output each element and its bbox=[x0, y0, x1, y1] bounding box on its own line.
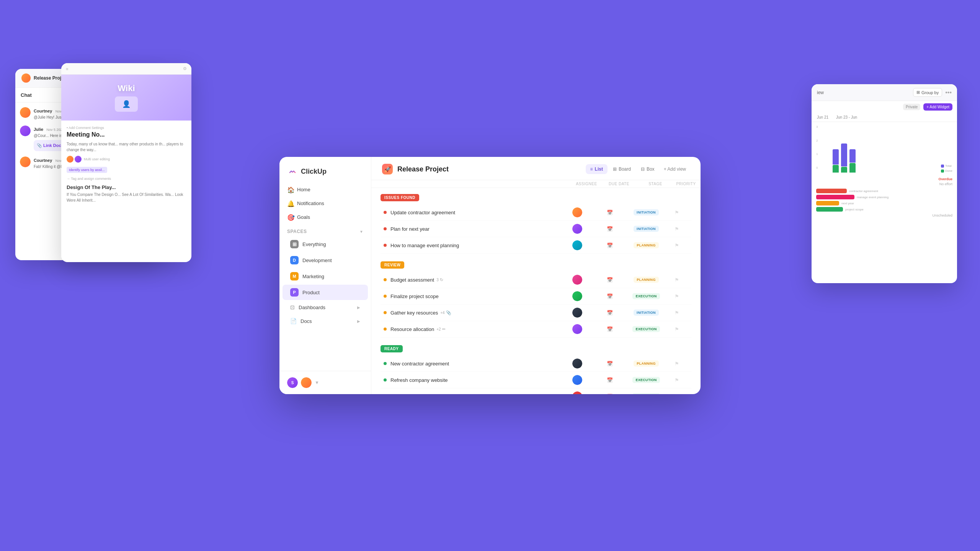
gantt-row-3: next year bbox=[816, 201, 952, 205]
task-name: Budget assessment 3 ↻ bbox=[390, 277, 562, 283]
paperclip-icon: 📎 bbox=[446, 310, 451, 315]
assignee-avatar bbox=[572, 391, 582, 394]
group-by-button[interactable]: ⊞ Group by bbox=[913, 88, 942, 97]
tab-box[interactable]: ⊟ Box bbox=[636, 164, 659, 174]
stage-badge: INITIATION bbox=[634, 226, 659, 232]
chart-top-controls: Private + Add Widget bbox=[812, 101, 957, 113]
task-name-text: Finalize project scope bbox=[390, 293, 439, 299]
task-row[interactable]: Resource allocation +2 ✏ 📅 bbox=[381, 321, 691, 337]
wiki-image: Wiki 👤 bbox=[61, 75, 191, 121]
wiki-toolbar-settings: ⚙ bbox=[183, 66, 187, 71]
calendar-icon: 📅 bbox=[607, 243, 613, 248]
stage-badge: PLANNING bbox=[634, 277, 658, 283]
task-due: 📅 bbox=[593, 226, 627, 232]
bar-2-total bbox=[841, 143, 847, 166]
gantt-bar-4 bbox=[816, 207, 843, 212]
task-stage: EXECUTION bbox=[627, 326, 665, 332]
task-stage: PLANNING bbox=[627, 242, 665, 248]
home-icon: 🏠 bbox=[287, 186, 293, 192]
task-stage: INITIATION bbox=[627, 209, 665, 215]
tab-board[interactable]: ⊞ Board bbox=[608, 164, 635, 174]
add-view-button[interactable]: + Add view bbox=[660, 164, 690, 174]
stage-badge: EXECUTION bbox=[632, 377, 660, 383]
bar-1-total bbox=[833, 149, 839, 165]
everything-label: Everything bbox=[302, 241, 326, 247]
task-row[interactable]: How to manage event planning 📅 PLANNING bbox=[381, 237, 691, 254]
tab-list[interactable]: ≡ List bbox=[586, 164, 608, 174]
task-priority: ⚑ bbox=[665, 326, 688, 332]
bar-3-total bbox=[849, 149, 856, 163]
wiki-img-icon: 👤 bbox=[115, 96, 138, 112]
task-priority: ⚑ bbox=[665, 226, 688, 232]
wiki-tag: Identify users by assil... bbox=[67, 167, 107, 173]
nav-item-notifications[interactable]: 🔔 Notifications bbox=[283, 197, 368, 210]
group-by-label: Group by bbox=[921, 90, 939, 95]
stage-badge: EXECUTION bbox=[632, 393, 660, 394]
section-issues: Issues Found Update contractor agreement… bbox=[381, 194, 691, 254]
gantt-bar-2 bbox=[816, 195, 854, 199]
sidebar-item-development[interactable]: D Development bbox=[283, 253, 368, 268]
avatar-circle bbox=[572, 207, 582, 217]
task-row[interactable]: Budget assessment 3 ↻ 📅 bbox=[381, 272, 691, 288]
nav-notifications-label: Notifications bbox=[297, 201, 324, 206]
nav-item-home[interactable]: 🏠 Home bbox=[283, 183, 368, 196]
task-row[interactable]: Finalize project scope 📅 EXECUTION bbox=[381, 288, 691, 305]
task-due: 📅 bbox=[593, 361, 627, 367]
wiki-multi-editing: Multi user editing bbox=[84, 157, 110, 161]
extra-count: +2 bbox=[436, 327, 441, 331]
sidebar-item-dashboards[interactable]: ⊡ Dashboards ▶ bbox=[283, 301, 368, 314]
ready-badge: Ready bbox=[381, 345, 403, 352]
priority-flag-icon: ⚑ bbox=[675, 277, 679, 283]
task-row[interactable]: Refresh company website 📅 EXECUTION bbox=[381, 372, 691, 388]
task-row[interactable]: Gather key resources +4 📎 📅 bbox=[381, 305, 691, 321]
wiki-body: Today, many of us know that... many othe… bbox=[67, 141, 186, 153]
task-name: How to manage event planning bbox=[390, 243, 562, 248]
task-name: Update contractor agreement bbox=[390, 210, 562, 215]
project-emoji: 🚀 bbox=[384, 166, 391, 172]
task-row[interactable]: Update key objectives 5 📎 📅 bbox=[381, 388, 691, 394]
project-icon: 🚀 bbox=[382, 164, 393, 174]
wiki-img-title: Wiki bbox=[118, 83, 135, 93]
assignee-avatar bbox=[572, 240, 582, 250]
add-widget-button[interactable]: + Add Widget bbox=[923, 103, 952, 111]
date-2: Jun 23 - Jun bbox=[836, 115, 857, 119]
development-label: Development bbox=[302, 258, 332, 263]
main-content: 🚀 Release Project ≡ List ⊞ Board ⊟ Box bbox=[371, 157, 701, 394]
nav-item-goals[interactable]: 🎯 Goals bbox=[283, 210, 368, 223]
avatar-circle bbox=[572, 308, 582, 318]
task-name-text: Refresh company website bbox=[390, 377, 448, 383]
calendar-icon: 📅 bbox=[607, 361, 613, 367]
chat-name-1: Courtney bbox=[34, 109, 52, 113]
bar-group-3 bbox=[849, 149, 856, 173]
task-row[interactable]: Update contractor agreement 📅 INITIATION bbox=[381, 204, 691, 221]
assignee-avatar bbox=[572, 308, 582, 318]
task-assignee bbox=[562, 308, 593, 318]
task-row[interactable]: New contractor agreement 📅 PLANNING bbox=[381, 355, 691, 372]
section-issues-header: Issues Found bbox=[381, 194, 691, 201]
sidebar-item-marketing[interactable]: M Marketing bbox=[283, 269, 368, 284]
task-assignee bbox=[562, 359, 593, 368]
more-options-icon[interactable]: ••• bbox=[945, 89, 952, 96]
sidebar-item-everything[interactable]: ⊞ Everything bbox=[283, 236, 368, 252]
task-stage: INITIATION bbox=[627, 310, 665, 316]
assignee-avatar bbox=[572, 375, 582, 385]
wiki-img-content: Wiki 👤 bbox=[115, 83, 138, 112]
task-assignee bbox=[562, 391, 593, 394]
review-badge: Review bbox=[381, 261, 404, 269]
sidebar-item-docs[interactable]: 📄 Docs ▶ bbox=[283, 315, 368, 328]
stage-badge: PLANNING bbox=[634, 360, 658, 367]
sidebar-item-product[interactable]: P Product bbox=[283, 285, 368, 300]
extra-count: +4 bbox=[440, 311, 444, 315]
dashboards-chevron-icon: ▶ bbox=[357, 305, 360, 310]
task-name: New contractor agreement bbox=[390, 361, 562, 367]
gantt-panel: Overdue No effort contractor agreement m… bbox=[812, 176, 957, 219]
user-avatar-s: S bbox=[287, 377, 298, 388]
task-dot bbox=[384, 244, 387, 247]
overdue-label: Overdue bbox=[816, 177, 952, 181]
stage-badge: EXECUTION bbox=[632, 326, 660, 332]
task-stage: EXECUTION bbox=[627, 393, 665, 394]
avatar-circle bbox=[572, 224, 582, 234]
svg-point-0 bbox=[287, 166, 298, 177]
task-row[interactable]: Plan for next year 📅 INITIATION ⚑ bbox=[381, 221, 691, 237]
wiki-tag-line: → Tag and assign comments bbox=[67, 177, 186, 181]
